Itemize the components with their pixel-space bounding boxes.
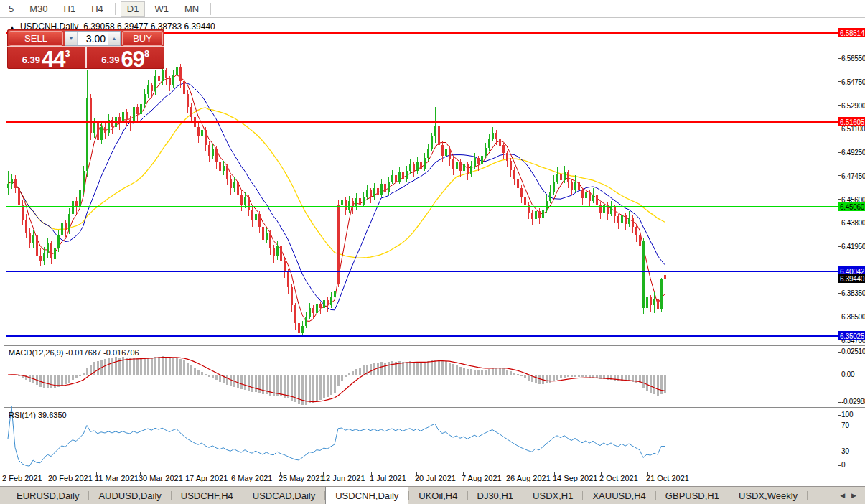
moving-averages	[8, 75, 665, 321]
svg-text:14 Sep 2021: 14 Sep 2021	[553, 474, 597, 482]
rsi-label: RSI(14) 39.6350	[9, 411, 67, 419]
svg-text:26 Aug 2021: 26 Aug 2021	[506, 474, 551, 482]
svg-text:6.56550: 6.56550	[841, 55, 865, 62]
svg-text:12 Jun 2021: 12 Jun 2021	[322, 474, 365, 482]
timeframe-h4[interactable]: H4	[85, 1, 110, 17]
rsi-pane: RSI(14) 39.635010070300	[6, 406, 854, 469]
tab-usdx-h1[interactable]: USDX,H1	[523, 487, 582, 504]
sell-button[interactable]: SELL	[9, 31, 63, 46]
svg-text:6.35025: 6.35025	[840, 332, 865, 340]
svg-text:30 Mar 2021: 30 Mar 2021	[139, 474, 183, 482]
svg-text:6.36500: 6.36500	[841, 313, 865, 321]
buy-button[interactable]: BUY	[122, 31, 163, 46]
macd-label: MACD(12,26,9) -0.017687 -0.016706	[9, 348, 139, 357]
timeframe-toolbar: 5M30H1H4D1W1MN	[0, 0, 865, 18]
svg-text:2 Oct 2021: 2 Oct 2021	[599, 474, 638, 482]
tab-audusd-daily[interactable]: AUDUSD,Daily	[89, 487, 170, 504]
timeframe-h1[interactable]: H1	[57, 1, 83, 17]
svg-text:6.51605: 6.51605	[840, 118, 865, 126]
buy-price-big: 69	[121, 50, 144, 68]
svg-text:25 May 2021: 25 May 2021	[279, 474, 324, 482]
svg-text:30: 30	[841, 447, 850, 455]
time-scale: 2 Feb 202120 Feb 202111 Mar 202130 Mar 2…	[2, 472, 689, 482]
sell-price-prefix: 6.39	[22, 55, 40, 65]
svg-text:20 Feb 2021: 20 Feb 2021	[48, 474, 93, 482]
buy-price-pip: 8	[144, 48, 149, 59]
volume-increase-button[interactable]: ▲	[108, 32, 120, 45]
tab-scroll-right-icon[interactable]: ▶	[851, 492, 856, 499]
svg-text:100: 100	[841, 411, 854, 419]
sell-price[interactable]: 6.39 44 3	[7, 47, 85, 69]
svg-text:6.43800: 6.43800	[841, 219, 865, 227]
tab-dj30-h1[interactable]: DJ30,H1	[468, 487, 523, 504]
svg-text:0.00: 0.00	[841, 370, 855, 378]
svg-text:0: 0	[841, 461, 846, 469]
ma-fast-line	[8, 75, 665, 321]
timeframe-w1[interactable]: W1	[148, 1, 175, 17]
svg-text:17 Apr 2021: 17 Apr 2021	[185, 474, 228, 482]
timeframe-d1[interactable]: D1	[121, 1, 146, 17]
timeframe-mn[interactable]: MN	[178, 1, 205, 17]
svg-text:6.49250: 6.49250	[841, 149, 865, 157]
buy-price[interactable]: 6.39 69 8	[87, 47, 165, 69]
ma-mid-line	[8, 83, 665, 310]
svg-text:-0.02988: -0.02988	[841, 398, 865, 406]
svg-text:0.02510: 0.02510	[841, 347, 865, 355]
tab-eurusd-daily[interactable]: EURUSD,Daily	[7, 487, 88, 504]
tab-separator	[807, 491, 808, 500]
svg-text:6.58514: 6.58514	[840, 29, 865, 37]
volume-decrease-button[interactable]: ▼	[65, 32, 78, 45]
rsi-line	[8, 406, 665, 466]
volume-spinner: ▼ 3.00 ▲	[65, 31, 121, 46]
candlesticks	[7, 62, 666, 335]
terminal-window: 5M30H1H4D1W1MN 6.565506.547506.529006.51…	[0, 0, 865, 504]
svg-text:6.39440: 6.39440	[840, 275, 865, 283]
tab-scroll-left-icon[interactable]: ◀	[840, 492, 845, 499]
tab-xauusd-h4[interactable]: XAUUSD,H4	[583, 487, 655, 504]
svg-text:21 Oct 2021: 21 Oct 2021	[646, 474, 689, 482]
svg-text:7 Aug 2021: 7 Aug 2021	[462, 474, 502, 482]
tab-usdx-weekly[interactable]: USDX,Weekly	[729, 487, 807, 504]
svg-text:6.54750: 6.54750	[841, 78, 865, 86]
svg-text:2 Feb 2021: 2 Feb 2021	[2, 474, 42, 482]
svg-text:1 Jul 2021: 1 Jul 2021	[370, 474, 406, 482]
sell-price-pip: 3	[65, 48, 70, 59]
tab-usdcnh-daily[interactable]: USDCNH,Daily	[325, 487, 408, 504]
svg-text:11 Mar 2021: 11 Mar 2021	[95, 474, 139, 482]
tab-scroll-controls: ◀ ▶	[840, 487, 865, 504]
svg-text:6.41950: 6.41950	[841, 243, 865, 251]
buy-price-prefix: 6.39	[101, 55, 119, 65]
timeframe-m30[interactable]: M30	[23, 1, 54, 17]
price-scale: 6.565506.547506.529006.511006.492506.474…	[838, 55, 865, 344]
svg-text:6 May 2021: 6 May 2021	[231, 474, 272, 482]
sell-price-big: 44	[42, 50, 65, 68]
toolbar-separator	[115, 3, 116, 15]
chart-tabs: EURUSD,DailyAUDUSD,DailyUSDCHF,H4USDCAD,…	[7, 487, 808, 504]
svg-text:70: 70	[841, 421, 850, 429]
tab-gbpusd-h1[interactable]: GBPUSD,H1	[656, 487, 729, 504]
svg-text:20 Jul 2021: 20 Jul 2021	[415, 474, 456, 482]
macd-pane: MACD(12,26,9) -0.017687 -0.0167060.02510…	[7, 347, 865, 406]
svg-text:6.47450: 6.47450	[841, 172, 865, 180]
tab-ukoil-h4[interactable]: UKOil,H4	[409, 487, 467, 504]
svg-text:6.38350: 6.38350	[841, 289, 865, 297]
timeframe-5[interactable]: 5	[2, 1, 20, 17]
tab-usdchf-h4[interactable]: USDCHF,H4	[172, 487, 243, 504]
svg-text:6.45060: 6.45060	[840, 203, 865, 211]
chart-canvas[interactable]: 6.565506.547506.529006.511006.492506.474…	[0, 19, 865, 486]
tab-usdcad-daily[interactable]: USDCAD,Daily	[243, 487, 324, 504]
one-click-trading-panel: SELL ▼ 3.00 ▲ BUY 6.39 44 3 6.39 69 8	[7, 29, 164, 69]
macd-signal-line	[8, 358, 665, 402]
pane-borders	[0, 19, 865, 485]
chart-tab-bar: EURUSD,DailyAUDUSD,DailyUSDCHF,H4USDCAD,…	[0, 486, 865, 504]
toolbar-separator	[210, 3, 211, 15]
volume-input[interactable]: 3.00	[78, 32, 108, 45]
svg-text:6.52900: 6.52900	[841, 102, 865, 110]
